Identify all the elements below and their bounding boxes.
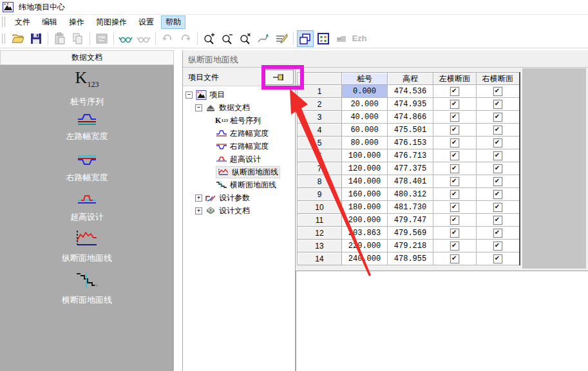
elevation-cell[interactable]: 479.747 <box>388 214 433 227</box>
checkbox-checked[interactable] <box>450 216 459 225</box>
menubar-grip[interactable] <box>2 17 5 27</box>
window-button[interactable] <box>333 30 350 47</box>
tree-item-superelevation[interactable]: 超高设计 <box>183 153 295 166</box>
elevation-cell[interactable]: 476.713 <box>388 149 433 162</box>
row-header[interactable]: 10 <box>298 201 342 214</box>
checkbox-checked[interactable] <box>493 190 502 199</box>
paste-button[interactable] <box>52 30 68 47</box>
row-header[interactable]: 1 <box>298 85 342 98</box>
station-cell[interactable]: 20.000 <box>342 98 388 111</box>
checkbox-checked[interactable] <box>450 190 459 199</box>
station-cell[interactable]: 0.000 <box>342 85 388 98</box>
checkbox-checked[interactable] <box>450 151 459 160</box>
tree-item-data-docs[interactable]: − 数据文档 <box>183 101 295 114</box>
sidebar-item-right-width[interactable]: 右路幅宽度 <box>0 154 174 184</box>
ezh-button[interactable]: Ezh <box>351 30 368 47</box>
sidebar-item-left-width[interactable]: 左路幅宽度 <box>0 113 174 142</box>
checkbox-checked[interactable] <box>493 164 502 173</box>
row-header[interactable]: 11 <box>298 214 342 227</box>
elevation-cell[interactable]: 474.866 <box>388 111 433 124</box>
row-header[interactable]: 3 <box>298 111 342 124</box>
checkbox-checked[interactable] <box>450 229 459 238</box>
zoom-in-button[interactable] <box>201 30 218 47</box>
checkbox-checked[interactable] <box>493 113 502 122</box>
column-header-left-cross[interactable]: 左横断面 <box>433 73 477 85</box>
elevation-cell[interactable]: 479.569 <box>388 227 433 240</box>
station-cell[interactable]: 160.000 <box>342 188 388 201</box>
column-header-station[interactable]: 桩号 <box>342 73 388 85</box>
checkbox-checked[interactable] <box>450 100 459 109</box>
checkbox-checked[interactable] <box>450 113 459 122</box>
checkbox-checked[interactable] <box>450 87 459 96</box>
station-cell[interactable]: 80.000 <box>342 137 388 149</box>
checkbox-checked[interactable] <box>450 242 459 251</box>
row-header[interactable]: 12 <box>298 227 342 240</box>
station-cell[interactable]: 203.863 <box>342 227 388 240</box>
station-cell[interactable]: 220.000 <box>342 240 388 252</box>
elevation-cell[interactable]: 474.935 <box>388 98 433 111</box>
tree-item-design-docs[interactable]: + 设计文档 <box>183 204 295 217</box>
menu-help[interactable]: 帮助 <box>161 15 185 29</box>
elevation-cell[interactable]: 478.955 <box>388 252 433 265</box>
open-button[interactable] <box>10 30 26 47</box>
pin-button[interactable] <box>263 70 294 85</box>
cascade-windows-button[interactable] <box>297 30 314 47</box>
tree-item-design-params[interactable]: + 设计参数 <box>183 191 295 204</box>
tree-item-right-width[interactable]: 右路幅宽度 <box>183 140 295 153</box>
elevation-cell[interactable]: 479.218 <box>388 240 433 252</box>
row-header[interactable]: 6 <box>298 149 342 162</box>
column-header-elevation[interactable]: 高程 <box>388 73 433 85</box>
expand-icon[interactable]: + <box>195 195 202 202</box>
redo-button[interactable] <box>177 30 194 47</box>
station-cell[interactable]: 40.000 <box>342 111 388 124</box>
zoom-window-button[interactable] <box>237 30 254 47</box>
checkbox-checked[interactable] <box>493 242 502 251</box>
station-cell[interactable]: 180.000 <box>342 201 388 214</box>
station-cell[interactable]: 240.000 <box>342 252 388 265</box>
station-cell[interactable]: 200.000 <box>342 214 388 227</box>
row-header[interactable]: 14 <box>298 252 342 265</box>
expand-icon[interactable]: + <box>195 207 202 214</box>
checkbox-checked[interactable] <box>493 126 502 135</box>
checkbox-checked[interactable] <box>493 100 502 109</box>
row-header[interactable]: 8 <box>298 175 342 188</box>
collapse-icon[interactable]: − <box>185 91 193 99</box>
menu-edit[interactable]: 编辑 <box>37 15 62 29</box>
column-header-right-cross[interactable]: 右横断面 <box>477 73 520 85</box>
copy-button[interactable] <box>70 30 86 47</box>
station-cell[interactable]: 120.000 <box>342 162 388 175</box>
checkbox-checked[interactable] <box>493 177 502 186</box>
row-header[interactable]: 7 <box>298 162 342 175</box>
checkbox-checked[interactable] <box>493 138 502 147</box>
elevation-cell[interactable]: 477.375 <box>388 162 433 175</box>
menu-operate[interactable]: 操作 <box>64 15 89 29</box>
checkbox-checked[interactable] <box>493 87 502 96</box>
elevation-cell[interactable]: 476.153 <box>388 137 433 149</box>
elevation-cell[interactable]: 481.730 <box>388 201 433 214</box>
preview-off-button[interactable] <box>135 30 152 47</box>
sidebar-item-superelevation[interactable]: 超高设计 <box>0 193 174 223</box>
annotate-pen-button[interactable] <box>273 30 290 47</box>
menu-file[interactable]: 文件 <box>10 15 35 29</box>
sidebar-item-profile-ground[interactable]: 纵断面地面线 <box>0 229 174 264</box>
elevation-cell[interactable]: 474.536 <box>388 85 433 98</box>
checkbox-checked[interactable] <box>493 229 502 238</box>
menu-settings[interactable]: 设置 <box>134 15 158 29</box>
collapse-icon[interactable]: − <box>195 104 202 111</box>
checkbox-checked[interactable] <box>450 138 459 147</box>
toolbar-grip[interactable] <box>2 33 5 44</box>
tree-item-profile-ground[interactable]: 纵断面地面线 <box>183 166 295 178</box>
tree-item-station-sequence[interactable]: K123 桩号序列 <box>183 114 295 127</box>
corner-header-cell[interactable] <box>298 73 342 85</box>
checkbox-checked[interactable] <box>493 203 502 212</box>
pan-button[interactable] <box>255 30 272 47</box>
menu-sketch-operate[interactable]: 简图操作 <box>91 15 131 29</box>
checkbox-checked[interactable] <box>450 126 459 135</box>
row-header[interactable]: 4 <box>298 124 342 137</box>
row-header[interactable]: 13 <box>298 240 342 252</box>
station-cell[interactable]: 60.000 <box>342 124 388 137</box>
checkbox-checked[interactable] <box>493 151 502 160</box>
tree-item-left-width[interactable]: 左路幅宽度 <box>183 127 295 140</box>
tile-windows-button[interactable] <box>315 30 332 47</box>
checkbox-checked[interactable] <box>493 216 502 225</box>
